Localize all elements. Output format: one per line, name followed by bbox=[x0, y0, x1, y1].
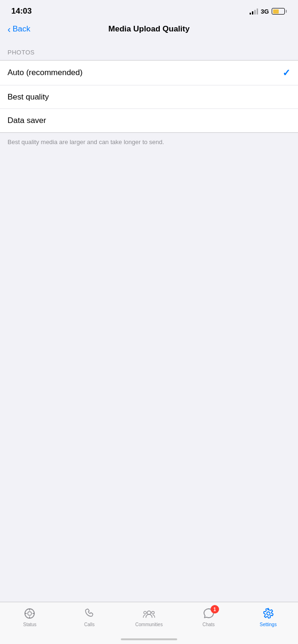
svg-point-9 bbox=[267, 612, 270, 615]
status-bar: 14:03 3G bbox=[0, 0, 298, 20]
section-label-photos: PHOTOS bbox=[8, 49, 35, 56]
network-type: 3G bbox=[261, 8, 269, 15]
svg-point-7 bbox=[144, 611, 147, 614]
option-data-saver[interactable]: Data saver bbox=[0, 109, 298, 132]
tab-communities[interactable]: Communities bbox=[119, 607, 179, 627]
chats-badge: 1 bbox=[211, 605, 219, 613]
calls-tab-icon bbox=[83, 607, 96, 620]
communities-tab-label: Communities bbox=[135, 622, 163, 627]
calls-tab-label: Calls bbox=[84, 622, 94, 627]
status-tab-label: Status bbox=[23, 622, 36, 627]
tab-calls[interactable]: Calls bbox=[60, 607, 119, 627]
settings-tab-label: Settings bbox=[260, 622, 277, 627]
nav-header: ‹ Back Media Upload Quality bbox=[0, 20, 298, 40]
back-button[interactable]: ‹ Back bbox=[8, 24, 30, 34]
signal-icon bbox=[250, 8, 258, 15]
svg-point-1 bbox=[28, 612, 31, 615]
footer-text: Best quality media are larger and can ta… bbox=[8, 138, 164, 146]
page-title: Media Upload Quality bbox=[109, 24, 190, 34]
svg-point-8 bbox=[152, 611, 155, 614]
back-label: Back bbox=[13, 24, 31, 34]
checkmark-icon: ✓ bbox=[282, 67, 290, 78]
chats-tab-label: Chats bbox=[203, 622, 215, 627]
communities-tab-icon bbox=[142, 607, 156, 620]
battery-icon bbox=[272, 8, 287, 15]
tab-settings[interactable]: Settings bbox=[238, 607, 298, 627]
tab-chats[interactable]: 1 Chats bbox=[179, 607, 238, 627]
option-data-saver-label: Data saver bbox=[8, 116, 46, 125]
settings-tab-icon bbox=[262, 607, 275, 620]
option-auto-label: Auto (recommended) bbox=[8, 68, 83, 77]
tab-status[interactable]: Status bbox=[0, 607, 60, 627]
chats-tab-icon: 1 bbox=[202, 607, 215, 620]
option-auto[interactable]: Auto (recommended) ✓ bbox=[0, 61, 298, 85]
svg-point-6 bbox=[147, 611, 150, 614]
status-tab-icon bbox=[23, 607, 36, 620]
home-indicator bbox=[121, 638, 177, 640]
tab-bar: Status Calls Communities bbox=[0, 602, 298, 644]
status-icons: 3G bbox=[250, 8, 287, 15]
options-list: Auto (recommended) ✓ Best quality Data s… bbox=[0, 60, 298, 133]
option-best-quality[interactable]: Best quality bbox=[0, 85, 298, 109]
photos-section-header: PHOTOS bbox=[0, 40, 298, 60]
footer-note: Best quality media are larger and can ta… bbox=[0, 133, 298, 156]
back-chevron-icon: ‹ bbox=[8, 24, 11, 34]
status-time: 14:03 bbox=[11, 7, 31, 16]
option-best-quality-label: Best quality bbox=[8, 92, 49, 102]
